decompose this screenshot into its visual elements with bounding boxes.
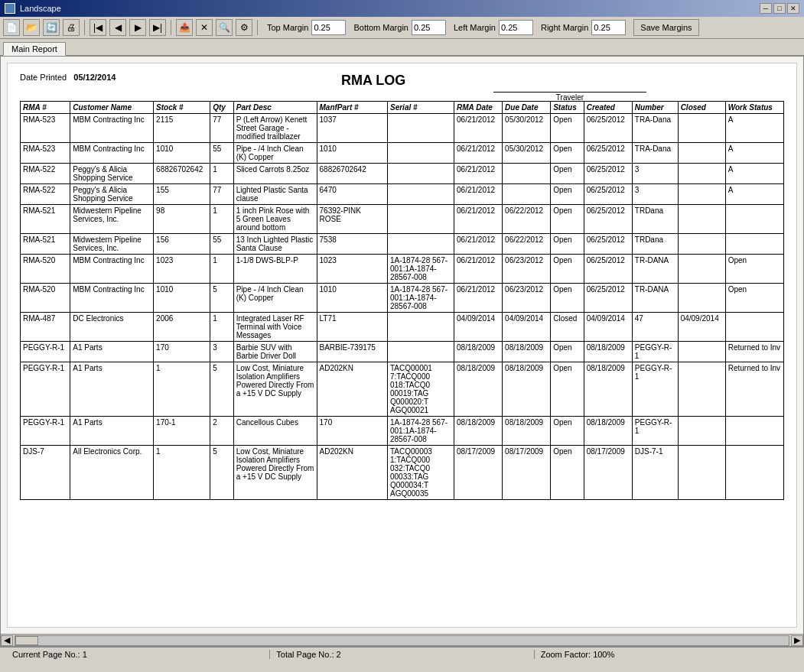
cell-closed: [678, 164, 725, 184]
cell-status: Open: [551, 417, 584, 446]
col-header-part: Part Desc: [233, 102, 317, 114]
right-margin-input[interactable]: [591, 20, 626, 35]
minimize-button[interactable]: ─: [760, 3, 772, 14]
cell-manf: 1037: [317, 114, 387, 143]
cell-closed: [678, 446, 725, 500]
total-page-label: Total Page No.:: [276, 650, 334, 659]
report-container[interactable]: Date Printed 05/12/2014 RMA LOG Traveler…: [7, 63, 797, 628]
refresh-button[interactable]: 🔄: [43, 19, 60, 36]
cell-number: TRDana: [632, 205, 678, 234]
cell-created: 06/25/2012: [584, 143, 632, 164]
cell-due_date: 06/23/2012: [503, 284, 551, 313]
cell-rma_date: 08/18/2009: [454, 362, 503, 417]
cell-work: A: [725, 143, 783, 164]
cell-rma: RMA-520: [21, 284, 70, 313]
open-button[interactable]: 📂: [23, 19, 40, 36]
cell-manf: AD202KN: [317, 446, 387, 500]
scroll-left-button[interactable]: ◀: [1, 635, 13, 646]
export-button[interactable]: 📤: [176, 19, 193, 36]
cell-status: Open: [551, 234, 584, 255]
cell-rma: RMA-520: [21, 255, 70, 284]
separator-3: [257, 20, 258, 35]
cell-qty: 2: [210, 417, 233, 446]
maximize-button[interactable]: □: [773, 3, 786, 14]
cell-serial: [387, 164, 454, 184]
cell-qty: 1: [210, 164, 233, 184]
next-page-button[interactable]: ▶: [129, 19, 146, 36]
cell-number: DJS-7-1: [632, 446, 678, 500]
table-row: RMA-523MBM Contracting Inc101055Pipe - /…: [21, 143, 784, 164]
cell-manf: 7538: [317, 234, 387, 255]
cell-due_date: 05/30/2012: [503, 143, 551, 164]
scroll-thumb[interactable]: [15, 636, 38, 645]
cell-number: TR-DANA: [632, 284, 678, 313]
table-row: RMA-520MBM Contracting Inc10105Pipe - /4…: [21, 284, 784, 313]
cell-status: Open: [551, 143, 584, 164]
cell-manf: 170: [317, 417, 387, 446]
first-page-button[interactable]: |◀: [90, 19, 106, 36]
cell-part: Lighted Plastic Santa clause: [233, 184, 317, 205]
cell-qty: 77: [210, 184, 233, 205]
last-page-button[interactable]: ▶|: [149, 19, 166, 36]
cell-number: PEGGY-R-1: [632, 362, 678, 417]
cell-rma: RMA-521: [21, 205, 70, 234]
cell-customer: MBM Contracting Inc: [70, 114, 154, 143]
cell-work: Open: [725, 284, 783, 313]
cell-work: [725, 313, 783, 342]
save-margins-button[interactable]: Save Margins: [633, 19, 698, 36]
current-page-section: Current Page No.: 1: [6, 650, 270, 659]
cell-part: Barbie SUV with Barbie Driver Doll: [233, 342, 317, 362]
date-printed-section: Date Printed 05/12/2014: [20, 73, 116, 82]
cell-work: [725, 205, 783, 234]
table-row: PEGGY-R-1A1 Parts15Low Cost, Miniature I…: [21, 362, 784, 417]
tab-main-report[interactable]: Main Report: [3, 42, 66, 56]
cell-rma_date: 06/21/2012: [454, 234, 503, 255]
zoom-section: Zoom Factor: 100%: [535, 650, 798, 659]
cell-closed: [678, 234, 725, 255]
cell-created: 06/25/2012: [584, 234, 632, 255]
cell-status: Open: [551, 446, 584, 500]
cell-serial: 1A-1874-28 567-001:1A-1874-28567-008: [387, 255, 454, 284]
cell-qty: 1: [210, 313, 233, 342]
new-button[interactable]: 📄: [3, 19, 20, 36]
settings-button[interactable]: ⚙: [236, 19, 252, 36]
scroll-right-button[interactable]: ▶: [791, 635, 803, 646]
cell-rma_date: 04/09/2014: [454, 313, 503, 342]
cell-customer: MBM Contracting Inc: [70, 284, 154, 313]
cell-due_date: 04/09/2014: [503, 313, 551, 342]
cell-created: 06/25/2012: [584, 284, 632, 313]
cell-created: 08/18/2009: [584, 362, 632, 417]
close-button[interactable]: ✕: [787, 3, 799, 14]
cell-qty: 3: [210, 342, 233, 362]
cell-status: Open: [551, 342, 584, 362]
prev-page-button[interactable]: ◀: [109, 19, 126, 36]
cell-part: 1-1/8 DWS-BLP-P: [233, 255, 317, 284]
cell-manf: 1023: [317, 255, 387, 284]
cell-part: Integrated Laser RF Terminal with Voice …: [233, 313, 317, 342]
cell-stock: 170: [154, 342, 210, 362]
window-icon: [5, 3, 15, 14]
close-report-button[interactable]: ✕: [196, 19, 213, 36]
left-margin-input[interactable]: [499, 20, 533, 35]
bottom-margin-input[interactable]: [412, 20, 446, 35]
cell-stock: 98: [154, 205, 210, 234]
cell-stock: 170-1: [154, 417, 210, 446]
cell-serial: TACQ00003 1:TACQ000 032:TACQ0 00033:TAG …: [387, 446, 454, 500]
cell-serial: [387, 143, 454, 164]
cell-manf: 68826702642: [317, 164, 387, 184]
col-header-customer: Customer Name: [70, 102, 154, 114]
top-margin-input[interactable]: [311, 20, 346, 35]
cell-due_date: 08/17/2009: [503, 446, 551, 500]
cell-number: 47: [632, 313, 678, 342]
col-header-due: Due Date: [503, 102, 551, 114]
print-button[interactable]: 🖨: [63, 19, 80, 36]
cell-serial: [387, 114, 454, 143]
table-row: RMA-487DC Electronics20061Integrated Las…: [21, 313, 784, 342]
cell-status: Open: [551, 362, 584, 417]
cell-stock: 1010: [154, 284, 210, 313]
horizontal-scrollbar[interactable]: ◀ ▶: [1, 634, 803, 646]
cell-rma_date: 08/18/2009: [454, 417, 503, 446]
separator-1: [84, 20, 85, 35]
search-button[interactable]: 🔍: [216, 19, 233, 36]
table-row: DJS-7All Electronics Corp.15Low Cost, Mi…: [21, 446, 784, 500]
